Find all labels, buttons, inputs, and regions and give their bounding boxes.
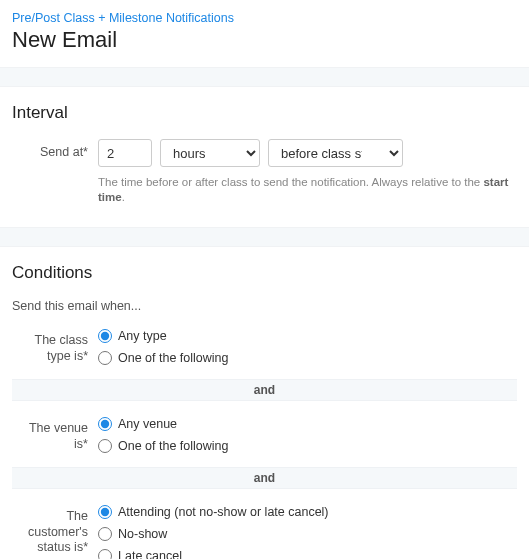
venue-option-label[interactable]: One of the following <box>118 439 229 453</box>
conditions-heading: Conditions <box>12 263 517 283</box>
breadcrumb[interactable]: Pre/Post Class + Milestone Notifications <box>12 11 234 25</box>
status-option-label[interactable]: Attending (not no-show or late cancel) <box>118 505 329 519</box>
venue-label: The venue is* <box>12 415 98 452</box>
venue-radio-one-of[interactable] <box>98 439 112 453</box>
status-row: The customer's status is* Attending (not… <box>12 503 517 559</box>
class-type-option-label[interactable]: Any type <box>118 329 167 343</box>
interval-value-input[interactable] <box>98 139 152 167</box>
section-divider <box>0 227 529 247</box>
status-radio-late-cancel[interactable] <box>98 549 112 559</box>
interval-unit-select[interactable]: hours <box>160 139 260 167</box>
status-label: The customer's status is* <box>12 503 98 556</box>
page-title: New Email <box>12 27 517 53</box>
venue-row: The venue is* Any venue One of the follo… <box>12 415 517 453</box>
send-at-label: Send at* <box>12 139 98 161</box>
class-type-radio-one-of[interactable] <box>98 351 112 365</box>
status-option-label[interactable]: No-show <box>118 527 167 541</box>
class-type-row: The class type is* Any type One of the f… <box>12 327 517 365</box>
class-type-radio-any[interactable] <box>98 329 112 343</box>
venue-option-label[interactable]: Any venue <box>118 417 177 431</box>
status-radio-attending[interactable] <box>98 505 112 519</box>
and-separator: and <box>12 379 517 401</box>
interval-heading: Interval <box>12 103 517 123</box>
conditions-section: Conditions Send this email when... The c… <box>0 247 529 559</box>
venue-radio-any[interactable] <box>98 417 112 431</box>
conditions-intro: Send this email when... <box>12 299 517 313</box>
section-divider <box>0 67 529 87</box>
status-radio-no-show[interactable] <box>98 527 112 541</box>
class-type-label: The class type is* <box>12 327 98 364</box>
and-separator: and <box>12 467 517 489</box>
interval-relative-select[interactable]: before class starts <box>268 139 403 167</box>
status-option-label[interactable]: Late cancel <box>118 549 182 559</box>
class-type-option-label[interactable]: One of the following <box>118 351 229 365</box>
interval-help-text: The time before or after class to send t… <box>98 175 517 205</box>
interval-section: Interval Send at* hours before class sta… <box>0 87 529 215</box>
